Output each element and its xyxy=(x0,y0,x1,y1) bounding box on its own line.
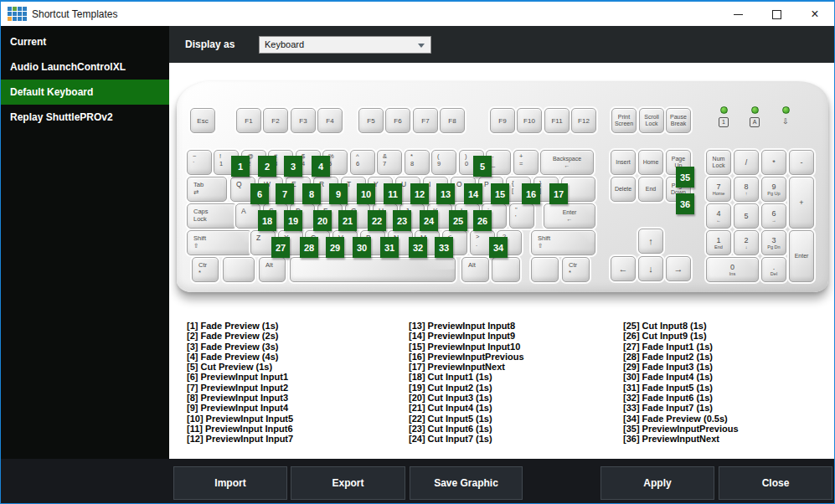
key-f11: F11 xyxy=(544,108,570,133)
minimize-button[interactable] xyxy=(719,2,757,27)
key-f8: F8 xyxy=(440,108,465,133)
key-f3: F3 xyxy=(291,108,316,133)
caps-lock-led: A xyxy=(747,106,762,127)
sidebar-item-replay-shuttleprov2[interactable]: Replay ShuttlePROv2 xyxy=(1,105,169,130)
shortcut-list-item: [4] Fade Preview (4s) xyxy=(187,352,293,362)
logo-square xyxy=(8,17,12,21)
key-label: + xyxy=(799,198,803,207)
key-ctr: Ctr* xyxy=(192,257,219,282)
key-label: 8 xyxy=(744,183,748,191)
footer-button-export[interactable]: Export xyxy=(291,466,405,500)
key-blank: → xyxy=(666,256,691,281)
shortcut-list-item: [3] Fade Preview (3s) xyxy=(187,342,293,352)
key-label: Ctr xyxy=(198,261,218,269)
key-label: 4 xyxy=(716,209,720,218)
shortcut-number-badge: 1 xyxy=(231,156,250,177)
shortcut-list-item: [24] Cut Input7 (1s) xyxy=(409,434,524,444)
footer-button-apply[interactable]: Apply xyxy=(600,466,714,500)
key-label: ~ xyxy=(193,152,211,160)
shortcut-number-badge: 35 xyxy=(676,167,694,188)
key-sublabel: Lock xyxy=(713,162,725,170)
key-label: F3 xyxy=(299,117,307,125)
key-label: F6 xyxy=(394,117,401,125)
key-label: + xyxy=(519,152,538,160)
shortcut-list-item: [35] PreviewInputPrevious xyxy=(623,424,739,434)
shortcut-number-badge: 29 xyxy=(326,237,344,258)
shortcut-list-item: [23] Cut Input6 (1s) xyxy=(409,424,524,434)
footer-button-import[interactable]: Import xyxy=(173,466,287,500)
shortcut-list-item: [10] PreviewInput Input5 xyxy=(187,414,293,424)
shortcut-number-badge: 17 xyxy=(549,183,568,204)
key-label: Z xyxy=(256,234,260,242)
display-as-select[interactable]: Keyboard xyxy=(259,36,431,54)
key-f7: F7 xyxy=(413,108,438,133)
key-blank: - xyxy=(789,150,814,175)
key-f1: F1 xyxy=(236,108,261,133)
logo-square xyxy=(8,7,12,11)
shortcut-number-badge: 31 xyxy=(380,237,399,258)
caps-lock-led-icon: A xyxy=(750,117,760,127)
key-backspace: Backspace← xyxy=(540,150,594,175)
key-blank: "' xyxy=(509,203,534,229)
logo-square xyxy=(13,17,17,21)
key-label: F4 xyxy=(326,117,333,125)
key-label: ^ xyxy=(356,152,374,160)
shortcut-list-item: [29] Fade Input3 (1s) xyxy=(623,362,739,372)
key-3: 3Pg Dn xyxy=(761,230,786,255)
shortcut-number-badge: 13 xyxy=(436,183,455,204)
key-label: Enter xyxy=(795,253,809,260)
shortcut-number-badge: 20 xyxy=(313,210,332,231)
key-label: Enter xyxy=(563,209,577,217)
key-sublabel: Break xyxy=(671,121,686,128)
app-logo-icon xyxy=(8,7,27,21)
key-label: ( xyxy=(437,152,456,160)
sidebar-item-current[interactable]: Current xyxy=(1,29,169,54)
keyboard-graphic: EscF1F2F3F4F5F6F7F8F9F10F11F12PrintScree… xyxy=(177,75,830,313)
key-label: Insert xyxy=(616,159,631,167)
key-label: Tab xyxy=(193,181,226,188)
key-label: Delete xyxy=(615,186,631,193)
key-label: * xyxy=(772,158,776,167)
logo-square xyxy=(8,12,12,16)
key-2: 2↓ xyxy=(734,230,759,255)
window-controls: × xyxy=(719,2,834,27)
shortcut-list-item: [19] Cut Input2 (1s) xyxy=(409,383,524,393)
key-label: F2 xyxy=(271,117,279,125)
sidebar-item-default-keyboard[interactable]: Default Keyboard xyxy=(1,80,169,105)
key-blank xyxy=(492,257,520,282)
shortcut-list-item: [11] PreviewInput Input6 xyxy=(187,424,293,434)
key-sublabel: Lock xyxy=(646,121,658,128)
shortcut-number-badge: 33 xyxy=(435,237,453,258)
key-label: Alt xyxy=(265,261,285,269)
key-sublabel: 7 xyxy=(383,160,401,167)
shortcut-list-item: [9] PreviewInput Input4 xyxy=(187,403,293,413)
key-label: A xyxy=(241,207,246,215)
key-ctr: Ctr* xyxy=(562,257,590,282)
scroll-lock-led-icon: ⇩ xyxy=(782,117,789,126)
sidebar-item-audio-launchcontrolxl[interactable]: Audio LaunchControlXL xyxy=(1,54,169,80)
key-sublabel: 5 xyxy=(328,160,347,167)
maximize-button[interactable] xyxy=(757,2,796,27)
shortcut-list: [1] Fade Preview (1s)[2] Fade Preview (2… xyxy=(169,321,834,455)
key-sublabel: → xyxy=(771,218,776,224)
key-label: F11 xyxy=(551,117,562,125)
footer-button-save-graphic[interactable]: Save Graphic xyxy=(410,466,523,500)
shortcut-number-badge: 28 xyxy=(300,237,318,258)
key-blank: ↓ xyxy=(638,256,663,281)
key-label: F8 xyxy=(448,117,456,125)
key-blank xyxy=(531,257,559,282)
key-label: & xyxy=(383,152,401,160)
close-button[interactable]: × xyxy=(796,2,834,27)
key-1: 1End xyxy=(706,230,731,255)
key-label: - xyxy=(801,158,803,167)
key-label: Shift xyxy=(193,234,251,242)
key-sublabel: _ xyxy=(492,160,510,167)
footer-button-close[interactable]: Close xyxy=(719,466,832,500)
key-label: F1 xyxy=(245,117,252,125)
shortcut-number-badge: 16 xyxy=(522,183,540,204)
key-label: Print xyxy=(618,114,630,121)
shortcut-number-badge: 7 xyxy=(276,183,294,204)
key-label: % xyxy=(328,152,347,160)
num-lock-led-icon: 1 xyxy=(719,117,729,127)
key-label: → xyxy=(674,264,683,274)
